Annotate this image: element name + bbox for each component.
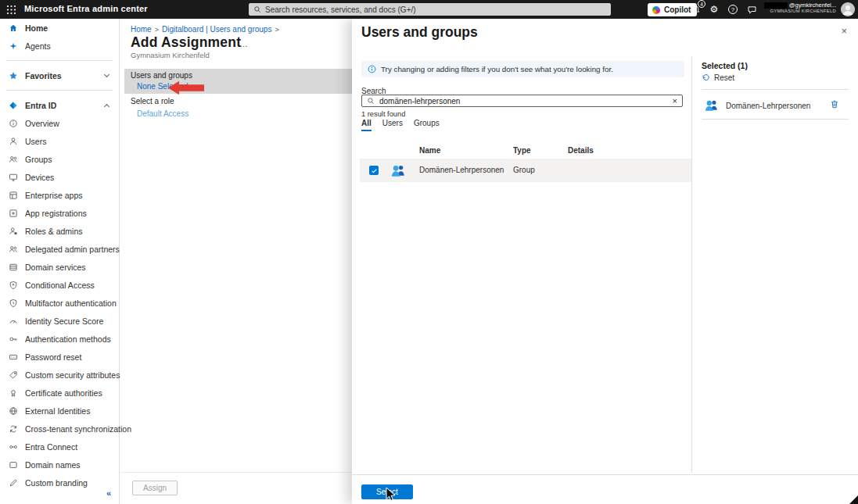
sidebar-item-label: Delegated admin partners — [25, 245, 120, 254]
table-header: NameTypeDetails — [360, 146, 691, 159]
extid-icon — [8, 406, 18, 416]
account-org: GYMNASIUM KIRCHENFELD — [764, 9, 836, 14]
default-access-link[interactable]: Default Access — [137, 109, 188, 118]
sidebar-item-users[interactable]: Users — [0, 132, 119, 150]
sidebar-item-label: Cross-tenant synchronization — [25, 424, 131, 434]
breadcrumb-separator: > — [155, 26, 159, 34]
help-icon[interactable]: ? — [727, 3, 739, 16]
sidebar-item-label: Home — [25, 23, 48, 33]
breadcrumb-separator: > — [275, 26, 278, 34]
feedback-icon[interactable] — [745, 3, 758, 16]
assign-button[interactable]: Assign — [132, 481, 178, 495]
row-type: Group — [513, 166, 535, 174]
sidebar-item-delegated-admin-partners[interactable]: Delegated admin partners — [0, 240, 119, 258]
panel-divider — [691, 56, 692, 473]
breadcrumb: Home>Digitalboard | Users and groups> — [131, 25, 282, 34]
info-icon — [368, 65, 376, 73]
sidebar-item-custom-security-attributes[interactable]: Custom security attributes — [0, 366, 119, 384]
tab-groups[interactable]: Groups — [414, 119, 440, 131]
sidebar-item-identity-secure-score[interactable]: Identity Secure Score — [0, 312, 119, 330]
sidebar-item-label: Entra ID — [25, 101, 56, 110]
table-row[interactable]: Domänen-LehrpersonenGroup — [360, 159, 691, 182]
tab-users[interactable]: Users — [382, 119, 403, 131]
sidebar-divider — [6, 60, 113, 61]
copilot-icon — [652, 6, 660, 14]
breadcrumb-link-digitalboard-users-and-groups[interactable]: Digitalboard | Users and groups — [162, 25, 271, 34]
users-groups-panel: Users and groups × Try changing or addin… — [352, 19, 858, 504]
delete-trash-icon[interactable] — [830, 99, 839, 111]
app-title: Microsoft Entra admin center — [24, 4, 148, 13]
sidebar-item-favorites[interactable]: Favorites — [0, 66, 119, 84]
result-count: 1 result found — [361, 110, 405, 118]
reset-button[interactable]: Reset — [702, 73, 734, 82]
sidebar-item-label: Enterprise apps — [25, 191, 83, 200]
sidebar-item-cross-tenant-synchronization[interactable]: Cross-tenant synchronization — [0, 420, 119, 438]
sidebar-item-overview[interactable]: Overview — [0, 114, 119, 132]
users-groups-label: Users and groups — [131, 71, 192, 80]
global-search-box[interactable] — [249, 3, 611, 16]
app-launcher-waffle-icon[interactable] — [6, 5, 16, 15]
people-icon — [8, 154, 18, 164]
sidebar-item-label: Devices — [25, 173, 54, 182]
sidebar-item-roles-admins[interactable]: Roles & admins — [0, 222, 119, 240]
sidebar-item-app-registrations[interactable]: App registrations — [0, 204, 119, 222]
sidebar-item-entra-id[interactable]: Entra ID — [0, 96, 119, 114]
sidebar-item-domain-services[interactable]: Domain services — [0, 258, 119, 276]
context-menu-ellipsis-icon[interactable]: … — [239, 39, 249, 48]
notifications-bell-icon[interactable]: 4 — [689, 3, 702, 16]
sidebar-item-certificate-authorities[interactable]: Certificate authorities — [0, 384, 119, 402]
sidebar-item-home[interactable]: Home — [0, 19, 119, 37]
users-groups-field: Users and groups None Selected — [124, 69, 352, 94]
chevron-down-icon — [104, 72, 109, 77]
passreset-icon — [8, 352, 18, 362]
sidebar-item-label: Overview — [25, 119, 59, 128]
sidebar-item-devices[interactable]: Devices — [0, 168, 119, 186]
sidebar-item-custom-branding[interactable]: Custom branding — [0, 474, 119, 491]
sidebar-item-authentication-methods[interactable]: Authentication methods — [0, 330, 119, 348]
row-checkbox[interactable] — [369, 166, 379, 175]
roleperson-icon — [8, 226, 18, 236]
sidebar-item-label: Favorites — [25, 71, 62, 80]
panel-title: Users and groups — [361, 24, 478, 41]
reset-undo-icon — [702, 73, 710, 82]
global-search-input[interactable] — [265, 5, 606, 14]
corner-resize-triangle — [849, 495, 858, 504]
sidebar-divider — [6, 90, 113, 91]
avatar[interactable] — [841, 2, 855, 16]
sparkle-icon — [8, 41, 18, 51]
shieldclock-icon — [8, 298, 18, 308]
entra-icon — [8, 100, 18, 110]
top-bar: Microsoft Entra admin center Copilot 4 ⚙… — [0, 0, 858, 19]
sidebar-collapse-button[interactable]: « — [106, 488, 111, 498]
sidebar-item-label: External Identities — [25, 406, 90, 416]
settings-gear-icon[interactable]: ⚙ — [708, 3, 720, 16]
notification-count-badge: 4 — [698, 0, 705, 8]
sidebar-item-groups[interactable]: Groups — [0, 150, 119, 168]
clear-search-icon[interactable]: × — [673, 97, 677, 105]
panel-footer: Select — [352, 474, 858, 504]
sidebar-item-label: Authentication methods — [25, 334, 111, 344]
sidebar-item-multifactor-authentication[interactable]: Multifactor authentication — [0, 294, 119, 312]
sidebar-item-label: Multifactor authentication — [25, 298, 117, 308]
breadcrumb-link-home[interactable]: Home — [131, 25, 152, 34]
account-menu[interactable]: @gymkirchenfel... GYMNASIUM KIRCHENFELD — [764, 2, 836, 15]
tab-all[interactable]: All — [361, 119, 372, 131]
page-title: Add Assignment — [131, 34, 241, 51]
select-button[interactable]: Select — [361, 484, 413, 499]
sidebar-item-label: Certificate authorities — [25, 388, 102, 398]
sidebar-item-label: Identity Secure Score — [25, 316, 103, 326]
selected-divider — [702, 119, 849, 120]
sidebar-item-agents[interactable]: Agents — [0, 37, 119, 55]
sidebar-item-enterprise-apps[interactable]: Enterprise apps — [0, 186, 119, 204]
close-icon[interactable]: × — [841, 25, 847, 37]
sidebar-item-domain-names[interactable]: Domain names — [0, 456, 119, 474]
sidebar-item-label: Password reset — [25, 352, 81, 362]
sidebar-item-external-identities[interactable]: External Identities — [0, 402, 119, 420]
panel-search-input[interactable] — [379, 97, 673, 105]
info-banner: Try changing or adding filters if you do… — [361, 61, 684, 77]
sidebar-item-conditional-access[interactable]: Conditional Access — [0, 276, 119, 294]
sidebar-item-entra-connect[interactable]: Entra Connect — [0, 438, 119, 456]
sidebar-item-password-reset[interactable]: Password reset — [0, 348, 119, 366]
monitor-icon — [8, 172, 18, 182]
panel-search-box[interactable]: × — [361, 95, 683, 107]
